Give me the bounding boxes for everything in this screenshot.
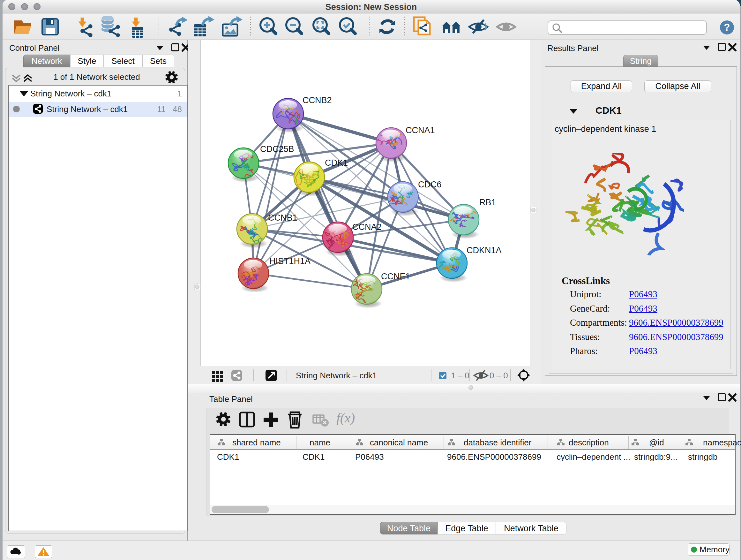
svg-text:CCNB1: CCNB1 [268,213,297,223]
svg-text:HIST1H1A: HIST1H1A [269,256,311,266]
svg-text:CCNE1: CCNE1 [381,272,410,281]
svg-text:CDC25B: CDC25B [260,144,294,154]
svg-text:CDKN1A: CDKN1A [467,246,502,255]
svg-text:CCNB2: CCNB2 [302,96,332,105]
svg-text:RB1: RB1 [479,198,496,207]
svg-text:CDC6: CDC6 [418,180,442,189]
svg-text:CDK1: CDK1 [325,158,348,168]
svg-text:CCNA1: CCNA1 [406,125,435,135]
svg-text:CCNA2: CCNA2 [352,222,382,232]
